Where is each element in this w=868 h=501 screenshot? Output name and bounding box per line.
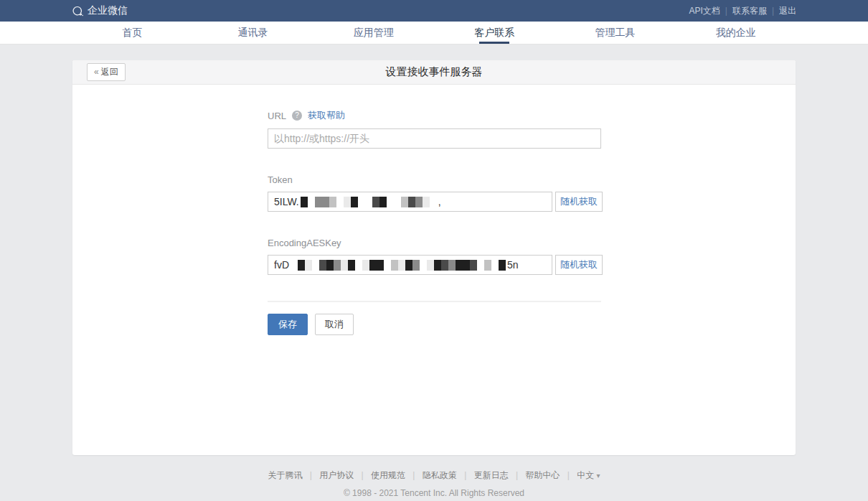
token-label: Token xyxy=(268,174,796,185)
back-chevron-icon: « xyxy=(94,67,99,77)
separator: | xyxy=(725,6,727,16)
topbar-link-logout[interactable]: 退出 xyxy=(779,5,796,17)
aeskey-random-generate-button[interactable]: 随机获取 xyxy=(555,255,603,275)
footer-link-changelog[interactable]: 更新日志 xyxy=(474,470,509,480)
nav-tab-admin-tools[interactable]: 管理工具 xyxy=(555,22,675,44)
get-help-link[interactable]: 获取帮助 xyxy=(308,109,345,122)
form-actions: 保存 取消 xyxy=(268,314,796,335)
main-nav: 首页 通讯录 应用管理 客户联系 管理工具 我的企业 xyxy=(0,22,868,45)
wecom-logo-icon xyxy=(72,5,84,17)
copyright-text: © 1998 - 2021 Tencent Inc. All Rights Re… xyxy=(0,488,868,498)
nav-tab-customer-contact[interactable]: 客户联系 xyxy=(434,22,555,44)
aeskey-input[interactable]: fvD 5n xyxy=(268,255,552,275)
brand[interactable]: 企业微信 xyxy=(72,4,128,17)
separator: | xyxy=(567,470,570,480)
footer-links: 关于腾讯 | 用户协议 | 使用规范 | 隐私政策 | 更新日志 | 帮助中心 … xyxy=(0,469,868,482)
separator: | xyxy=(464,470,466,480)
footer-link-user-agreement[interactable]: 用户协议 xyxy=(319,470,354,480)
token-value-suffix: , xyxy=(438,196,441,207)
chevron-down-icon: ▾ xyxy=(597,472,600,479)
token-input[interactable]: 5ILW. , xyxy=(268,192,552,212)
token-redacted-value xyxy=(301,197,437,207)
footer-link-help-center[interactable]: 帮助中心 xyxy=(525,470,560,480)
footer-link-privacy-policy[interactable]: 隐私政策 xyxy=(423,470,457,480)
page-title: 设置接收事件服务器 xyxy=(72,65,796,79)
back-button-label: 返回 xyxy=(101,67,118,77)
token-value-prefix: 5ILW. xyxy=(274,196,299,207)
nav-tab-app-management[interactable]: 应用管理 xyxy=(313,22,434,44)
url-input[interactable] xyxy=(268,128,601,149)
token-field-block: Token 5ILW. , 随机获取 xyxy=(268,174,796,212)
aeskey-label: EncodingAESKey xyxy=(268,238,796,248)
token-random-generate-button[interactable]: 随机获取 xyxy=(555,192,603,212)
footer-link-about-tencent[interactable]: 关于腾讯 xyxy=(268,470,302,480)
nav-tab-contacts[interactable]: 通讯录 xyxy=(192,22,313,44)
card-header: «返回 设置接收事件服务器 xyxy=(72,60,796,85)
separator: | xyxy=(772,6,774,16)
nav-tab-my-company[interactable]: 我的企业 xyxy=(676,22,796,44)
separator: | xyxy=(516,470,518,480)
aeskey-redacted-value xyxy=(291,260,506,271)
cancel-button[interactable]: 取消 xyxy=(315,314,354,335)
save-button[interactable]: 保存 xyxy=(268,314,308,335)
topbar-link-contact-support[interactable]: 联系客服 xyxy=(732,5,767,17)
form-divider xyxy=(268,301,601,302)
language-selector[interactable]: 中文 ▾ xyxy=(577,470,600,480)
url-label: URL xyxy=(268,111,286,121)
back-button[interactable]: «返回 xyxy=(87,63,126,81)
topbar: 企业微信 API文档 | 联系客服 | 退出 xyxy=(0,0,868,22)
separator: | xyxy=(412,470,415,480)
nav-tab-home[interactable]: 首页 xyxy=(72,22,192,44)
aeskey-field-block: EncodingAESKey fvD 5n 随机获取 xyxy=(268,238,796,275)
url-field-block: URL ? 获取帮助 xyxy=(268,109,796,149)
separator: | xyxy=(310,470,312,480)
help-icon[interactable]: ? xyxy=(292,111,302,121)
separator: | xyxy=(362,470,364,480)
language-label: 中文 xyxy=(577,470,594,480)
topbar-link-api-docs[interactable]: API文档 xyxy=(689,5,720,17)
footer-link-usage-rules[interactable]: 使用规范 xyxy=(371,470,405,480)
brand-name: 企业微信 xyxy=(88,4,128,17)
footer: 关于腾讯 | 用户协议 | 使用规范 | 隐私政策 | 更新日志 | 帮助中心 … xyxy=(0,469,868,501)
aeskey-value-suffix: 5n xyxy=(507,259,519,271)
aeskey-value-prefix: fvD xyxy=(274,259,289,271)
topbar-links: API文档 | 联系客服 | 退出 xyxy=(689,5,796,17)
content-card: «返回 设置接收事件服务器 URL ? 获取帮助 Token 5ILW. xyxy=(72,60,796,455)
server-settings-form: URL ? 获取帮助 Token 5ILW. , 随机获取 E xyxy=(72,85,796,335)
